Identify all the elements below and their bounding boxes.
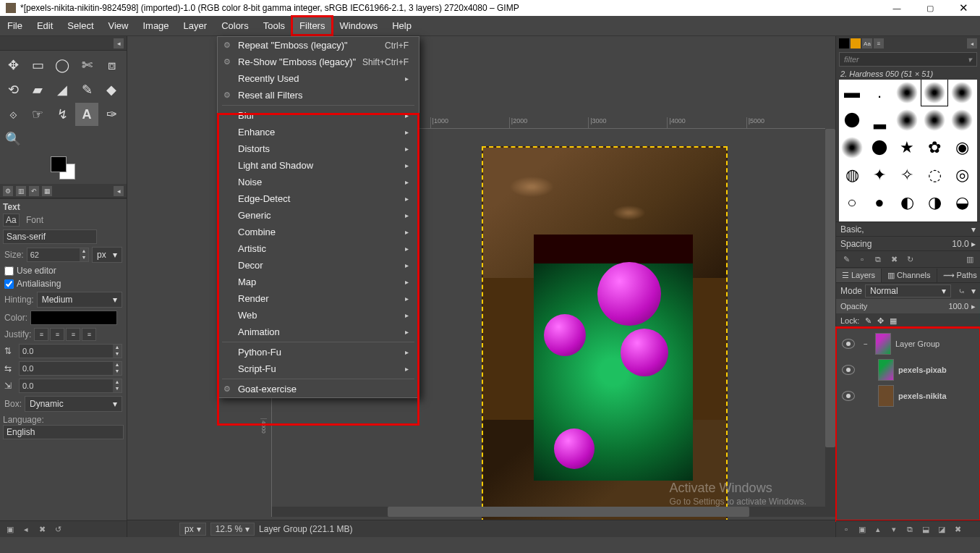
layer-dup-icon[interactable]: ⧉ [903, 523, 917, 536]
letter-spacing-input[interactable]: 0.0▲▼ [19, 361, 122, 376]
filters-item-generic[interactable]: Generic▸ [218, 207, 419, 224]
use-editor-checkbox[interactable] [4, 266, 14, 276]
configure-tab-icon[interactable]: ◂ [967, 38, 977, 48]
reset-options-icon[interactable]: ↺ [51, 523, 65, 536]
scrollbar-horizontal[interactable] [272, 507, 835, 517]
text-tool[interactable]: A [75, 103, 98, 126]
color-picker-tool[interactable]: ✑ [100, 103, 123, 126]
menu-help[interactable]: Help [385, 17, 419, 35]
filters-item-render[interactable]: Render▸ [218, 290, 419, 307]
scrollbar-vertical[interactable] [825, 129, 835, 507]
menu-edit[interactable]: Edit [30, 17, 60, 35]
brush-cell[interactable] [921, 80, 947, 106]
line-spacing-input[interactable]: 0.0▲▼ [19, 344, 122, 358]
lock-pixels-icon[interactable]: ✎ [865, 316, 872, 326]
brush-cell[interactable] [866, 135, 892, 161]
collapse-icon[interactable]: − [864, 340, 871, 348]
patterns-tab-icon[interactable] [851, 38, 861, 48]
maximize-button[interactable]: ▢ [913, 0, 947, 16]
filters-item-map[interactable]: Map▸ [218, 274, 419, 290]
brush-cell[interactable]: ● [866, 190, 892, 216]
menu-view[interactable]: View [101, 17, 136, 35]
zoom-select[interactable]: 12.5 %▾ [210, 523, 255, 536]
tab-layers[interactable]: ☰Layers [836, 269, 882, 282]
clone-tool[interactable]: ⟐ [1, 103, 25, 126]
transform-tool[interactable]: ⟲ [1, 78, 25, 101]
filters-item-enhance[interactable]: Enhance▸ [218, 124, 419, 140]
eraser-tool[interactable]: ◆ [100, 78, 123, 101]
language-input[interactable] [3, 425, 124, 439]
zoom-tool[interactable]: 🔍 [1, 127, 25, 151]
brush-cell[interactable]: ○ [839, 190, 865, 216]
brush-cell[interactable] [921, 107, 947, 133]
filters-item-distorts[interactable]: Distorts▸ [218, 140, 419, 157]
path-tool[interactable]: ↯ [51, 103, 74, 126]
free-select-tool[interactable]: ◯ [51, 54, 74, 77]
fuzzy-select-tool[interactable]: ✄ [75, 54, 98, 77]
rect-select-tool[interactable]: ▭ [26, 54, 49, 77]
size-unit-select[interactable]: px▾ [92, 247, 122, 263]
brush-cell[interactable]: . [866, 80, 892, 106]
undo-history-icon[interactable]: ↶ [29, 186, 39, 196]
color-swatch[interactable] [48, 155, 80, 181]
brush-cell[interactable]: ▬ [839, 80, 865, 106]
paintbrush-tool[interactable]: ✎ [75, 78, 98, 101]
brush-filter-input[interactable]: filter▾ [839, 52, 977, 67]
justify-right[interactable]: ≡ [50, 328, 64, 341]
brush-cell[interactable]: ▨ [949, 217, 975, 221]
layer-up-icon[interactable]: ▴ [871, 523, 885, 536]
brush-cell[interactable] [839, 107, 865, 133]
brush-cell[interactable] [949, 107, 975, 133]
filters-item-edge-detect[interactable]: Edge-Detect▸ [218, 190, 419, 207]
indent-input[interactable]: 0.0▲▼ [19, 379, 122, 393]
brush-cell[interactable] [894, 80, 920, 106]
mode-select[interactable]: Normal▾ [865, 284, 951, 297]
font-input[interactable] [3, 229, 97, 244]
brush-cell[interactable]: ◑ [921, 190, 947, 216]
filters-item-artistic[interactable]: Artistic▸ [218, 240, 419, 257]
hinting-select[interactable]: Medium▾ [37, 292, 122, 308]
brush-cell[interactable]: ✿ [921, 135, 947, 161]
restore-options-icon[interactable]: ◂ [19, 523, 33, 536]
brush-cell[interactable] [949, 80, 975, 106]
brush-cell[interactable]: ◒ [949, 190, 975, 216]
brush-del-icon[interactable]: ✖ [887, 253, 901, 266]
brush-cell[interactable] [894, 107, 920, 133]
filters-item-blur[interactable]: Blur▸ [218, 107, 419, 124]
justify-left[interactable]: ≡ [34, 328, 48, 341]
brush-cell[interactable]: ⬡ [894, 217, 920, 221]
menu-tools[interactable]: Tools [256, 17, 292, 35]
text-color-box[interactable] [30, 311, 117, 325]
minimize-button[interactable]: — [880, 0, 913, 16]
filters-item-decor[interactable]: Decor▸ [218, 257, 419, 274]
brush-cell[interactable]: ◉ [949, 135, 975, 161]
save-options-icon[interactable]: ▣ [3, 523, 17, 536]
gradient-tool[interactable]: ◢ [51, 78, 74, 101]
brush-cell[interactable]: ★ [894, 135, 920, 161]
box-select[interactable]: Dynamic▾ [25, 396, 122, 412]
visibility-icon[interactable] [842, 365, 855, 375]
menu-layer[interactable]: Layer [176, 17, 215, 35]
layer-new-icon[interactable]: ▫ [839, 523, 853, 536]
layer-row[interactable]: pexels-nikita [836, 383, 980, 409]
filters-item-goat-exercise[interactable]: ⚙Goat-exercise [218, 381, 419, 397]
menu-filters[interactable]: Filters [292, 17, 332, 35]
filters-item-script-fu[interactable]: Script-Fu▸ [218, 360, 419, 377]
brush-dup-icon[interactable]: ⧉ [871, 253, 885, 266]
menu-colors[interactable]: Colors [214, 17, 256, 35]
brush-new-icon[interactable]: ▫ [855, 253, 869, 266]
filters-item-re-show-emboss-legacy-[interactable]: ⚙Re-Show "Emboss (legacy)"Shift+Ctrl+F [218, 54, 419, 70]
brush-cell[interactable]: ◎ [949, 162, 975, 188]
visibility-icon[interactable] [842, 339, 855, 349]
brush-cell[interactable]: ✦ [866, 162, 892, 188]
mode-switch-icon[interactable]: ⤿ [954, 284, 968, 297]
opacity-row[interactable]: Opacity 100.0▸ [836, 299, 980, 313]
brush-spacing-row[interactable]: Spacing10.0 ▸ [836, 236, 980, 250]
filters-item-noise[interactable]: Noise▸ [218, 174, 419, 190]
images-icon[interactable]: ▦ [42, 186, 52, 196]
visibility-icon[interactable] [842, 391, 855, 401]
brush-grid[interactable]: ▬.▂★✿◉◍✦✧◌◎○●◐◑◒◓⬢⬡⬣▨ [839, 80, 977, 221]
bucket-fill-tool[interactable]: ▰ [26, 78, 49, 101]
layer-row[interactable]: pexels-pixab [836, 357, 980, 383]
delete-options-icon[interactable]: ✖ [35, 523, 49, 536]
